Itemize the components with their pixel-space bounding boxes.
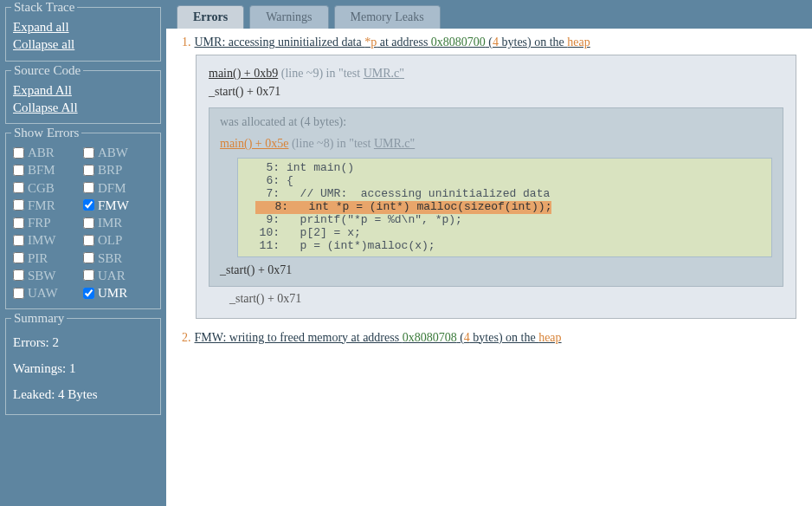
filter-checkbox-sbr[interactable]: [83, 252, 94, 263]
filter-label: SBR: [98, 250, 122, 267]
error-item: 1.UMR: accessing uninitialized data *p a…: [182, 36, 796, 319]
filter-label: CGB: [28, 179, 55, 197]
code-line: 6:{: [238, 175, 771, 188]
error-number: 1.: [182, 36, 191, 49]
error-title-link[interactable]: FMW: writing to freed memory at address …: [195, 331, 562, 344]
stack-trace-legend: Stack Trace: [11, 1, 77, 14]
summary-panel: Summary Errors: 2 Warnings: 1 Leaked: 4 …: [5, 318, 161, 415]
sidebar: Stack Trace Expand all Collapse all Sour…: [0, 0, 166, 506]
filter-checkbox-cgb[interactable]: [13, 182, 24, 193]
error-list-content: 1.UMR: accessing uninitialized data *p a…: [166, 29, 812, 506]
filter-label: FRP: [28, 214, 51, 231]
filter-bfm[interactable]: BFM: [13, 161, 83, 178]
allocation-box: was allocated at (4 bytes):main() + 0x5e…: [209, 107, 783, 287]
filter-olp[interactable]: OLP: [83, 231, 153, 249]
show-errors-legend: Show Errors: [11, 126, 81, 139]
summary-warnings: Warnings: 1: [13, 355, 153, 381]
error-heading: 1.UMR: accessing uninitialized data *p a…: [182, 36, 796, 49]
filter-label: IMR: [98, 214, 122, 231]
error-title-link[interactable]: UMR: accessing uninitialized data *p at …: [195, 36, 590, 49]
filter-label: ABR: [28, 144, 55, 161]
alloc-stack-frame[interactable]: _start() + 0x71: [220, 261, 772, 279]
filter-checkbox-uaw[interactable]: [13, 288, 24, 299]
filter-sbr[interactable]: SBR: [83, 250, 153, 267]
tab-warnings[interactable]: Warnings: [249, 5, 328, 29]
filter-label: FMW: [98, 197, 129, 214]
filter-checkbox-bfm[interactable]: [13, 165, 24, 176]
stack-frame[interactable]: main() + 0xb9 (line ~9) in "test UMR.c": [209, 64, 783, 82]
filter-checkbox-imw[interactable]: [13, 235, 24, 246]
error-detail-box: main() + 0xb9 (line ~9) in "test UMR.c"_…: [196, 55, 796, 319]
stack-frame[interactable]: _start() + 0x71: [209, 292, 783, 306]
code-line: 7: // UMR: accessing uninitialized data: [238, 188, 771, 201]
filter-uar[interactable]: UAR: [83, 267, 153, 284]
code-line: 8: int *p = (int*) malloc(sizeof(int));: [238, 201, 771, 214]
error-item: 2.FMW: writing to freed memory at addres…: [182, 331, 796, 345]
filter-checkbox-frp[interactable]: [13, 217, 24, 229]
filter-label: BFM: [28, 161, 55, 178]
filter-uaw[interactable]: UAW: [13, 284, 83, 302]
source-code-legend: Source Code: [11, 64, 83, 77]
summary-errors: Errors: 2: [13, 329, 153, 355]
filter-label: DFM: [98, 179, 126, 197]
filter-umr[interactable]: UMR: [83, 284, 153, 302]
error-number: 2.: [182, 331, 191, 344]
error-heading: 2.FMW: writing to freed memory at addres…: [182, 331, 796, 345]
filter-checkbox-abw[interactable]: [83, 147, 94, 159]
filter-checkbox-fmr[interactable]: [13, 199, 24, 211]
filter-checkbox-umr[interactable]: [83, 288, 94, 299]
filter-label: SBW: [28, 267, 56, 284]
filter-checkbox-sbw[interactable]: [13, 269, 24, 281]
tab-memory-leaks[interactable]: Memory Leaks: [334, 5, 441, 29]
filter-checkbox-uar[interactable]: [83, 269, 94, 281]
filter-label: ABW: [98, 144, 128, 161]
filter-checkbox-fmw[interactable]: [83, 199, 94, 211]
alloc-stack-frame[interactable]: main() + 0x5e (line ~8) in "test UMR.c": [220, 134, 772, 152]
filter-checkbox-abr[interactable]: [13, 147, 24, 159]
filter-label: BRP: [98, 161, 122, 178]
filter-imw[interactable]: IMW: [13, 231, 83, 249]
code-line: 11: p = (int*)malloc(x);: [238, 240, 771, 253]
show-errors-panel: Show Errors ABRABWBFMBRPCGBDFMFMRFMWFRPI…: [5, 133, 161, 309]
allocation-title: was allocated at (4 bytes):: [220, 115, 772, 129]
filter-fmw[interactable]: FMW: [83, 197, 153, 214]
filter-checkbox-olp[interactable]: [83, 235, 94, 246]
tab-errors[interactable]: Errors: [177, 5, 244, 29]
summary-legend: Summary: [11, 312, 67, 325]
filter-fmr[interactable]: FMR: [13, 197, 83, 214]
filter-imr[interactable]: IMR: [83, 214, 153, 231]
filter-label: PIR: [28, 250, 48, 267]
filter-label: UAR: [98, 267, 126, 284]
error-filter-list: ABRABWBFMBRPCGBDFMFMRFMWFRPIMRIMWOLPPIRS…: [13, 144, 153, 302]
filter-checkbox-pir[interactable]: [13, 252, 24, 263]
source-code-panel: Source Code Expand All Collapse All: [5, 70, 161, 125]
code-line: 5:int main(): [238, 162, 771, 175]
main-area: Errors Warnings Memory Leaks 1.UMR: acce…: [166, 0, 812, 506]
src-expand-all-link[interactable]: Expand All: [13, 81, 153, 99]
filter-brp[interactable]: BRP: [83, 161, 153, 178]
collapse-all-link[interactable]: Collapse all: [13, 36, 153, 53]
filter-label: OLP: [98, 231, 122, 249]
tab-bar: Errors Warnings Memory Leaks: [166, 0, 812, 29]
source-snippet: 5:int main()6:{7: // UMR: accessing unin…: [237, 158, 772, 257]
src-collapse-all-link[interactable]: Collapse All: [13, 99, 153, 116]
stack-frame[interactable]: _start() + 0x71: [209, 82, 783, 101]
filter-checkbox-dfm[interactable]: [83, 182, 94, 193]
filter-cgb[interactable]: CGB: [13, 179, 83, 197]
summary-leaked: Leaked: 4 Bytes: [13, 381, 153, 407]
code-line: 9: printf("*p = %d\n", *p);: [238, 214, 771, 227]
filter-label: FMR: [28, 197, 55, 214]
filter-abw[interactable]: ABW: [83, 144, 153, 161]
filter-checkbox-brp[interactable]: [83, 165, 94, 176]
expand-all-link[interactable]: Expand all: [13, 18, 153, 36]
filter-abr[interactable]: ABR: [13, 144, 83, 161]
filter-checkbox-imr[interactable]: [83, 217, 94, 229]
stack-trace-panel: Stack Trace Expand all Collapse all: [5, 7, 161, 62]
filter-dfm[interactable]: DFM: [83, 179, 153, 197]
filter-label: IMW: [28, 231, 56, 249]
filter-label: UMR: [98, 284, 127, 302]
filter-pir[interactable]: PIR: [13, 250, 83, 267]
filter-sbw[interactable]: SBW: [13, 267, 83, 284]
filter-label: UAW: [28, 284, 58, 302]
filter-frp[interactable]: FRP: [13, 214, 83, 231]
